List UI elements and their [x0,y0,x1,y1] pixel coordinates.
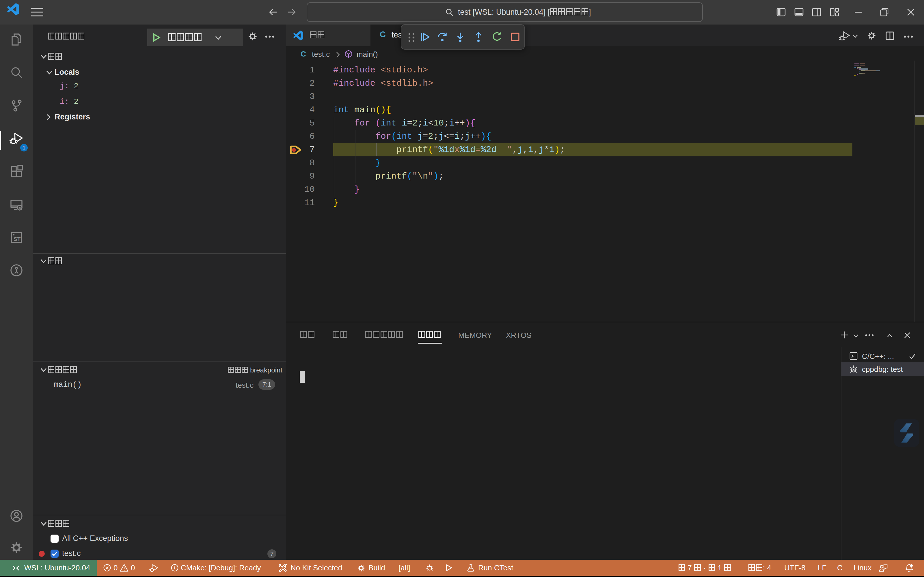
svg-text:ST: ST [14,236,21,242]
